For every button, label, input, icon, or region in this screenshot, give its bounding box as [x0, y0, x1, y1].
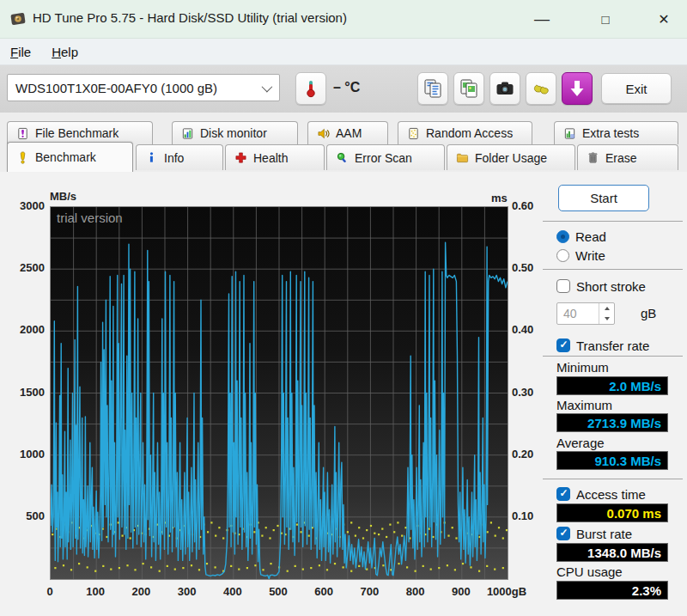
- read-radio[interactable]: Read: [556, 229, 606, 244]
- tab-benchmark[interactable]: Benchmark: [7, 142, 133, 172]
- tab-health[interactable]: Health: [225, 144, 325, 170]
- y-axis-tick: 0.50: [512, 261, 551, 274]
- y-axis-tick: 1000: [5, 448, 45, 460]
- cpu-usage-label: CPU usage: [556, 564, 623, 579]
- access-time-value: 0.070 ms: [556, 503, 668, 522]
- spinner-down-button[interactable]: [599, 314, 614, 324]
- title-bar: HD Tune Pro 5.75 - Hard Disk/SSD Utility…: [0, 0, 687, 39]
- write-radio[interactable]: Write: [556, 247, 605, 263]
- checkbox-checked-icon: [556, 487, 570, 501]
- divider: [543, 221, 683, 222]
- menu-file[interactable]: File: [0, 39, 41, 64]
- minimize-button[interactable]: —: [527, 5, 556, 33]
- spinner-up-icon: [605, 307, 610, 310]
- app-icon: [10, 11, 26, 27]
- tab-error-scan[interactable]: Error Scan: [326, 144, 445, 170]
- tab-file-benchmark[interactable]: File Benchmark: [7, 121, 153, 144]
- x-axis-tick: 600: [300, 585, 348, 598]
- toolbar: WDS100T1X0E-00AFY0 (1000 gB) – °C Exit: [0, 65, 687, 113]
- tab-info[interactable]: Info: [136, 144, 223, 170]
- y-axis-tick: 1500: [5, 386, 45, 399]
- transfer-rate-checkbox[interactable]: Transfer rate: [556, 338, 649, 353]
- y-axis-tick: 2500: [5, 261, 45, 274]
- y-axis-tick: 0.60: [512, 199, 551, 212]
- temperature-button[interactable]: [295, 72, 326, 105]
- maximize-button[interactable]: □: [591, 5, 620, 33]
- x-axis-tick: 200: [117, 585, 165, 598]
- radio-unselected-icon: [556, 249, 569, 262]
- cpu-usage-value: 2.3%: [556, 581, 668, 600]
- checkbox-unchecked-icon: [556, 279, 570, 293]
- copy-text-button[interactable]: [417, 72, 448, 105]
- close-button[interactable]: ✕: [649, 5, 678, 33]
- y-axis-tick: 0.10: [512, 509, 551, 522]
- drive-select-value: WDS100T1X0E-00AFY0 (1000 gB): [15, 81, 217, 95]
- short-stroke-checkbox[interactable]: Short stroke: [556, 278, 646, 294]
- magnifier-icon: [336, 151, 349, 164]
- donate-button[interactable]: [526, 72, 556, 105]
- health-cross-icon: [234, 151, 247, 164]
- menu-bar: File Help: [0, 39, 687, 65]
- screenshot-icon: [495, 78, 515, 99]
- chart-canvas: [51, 207, 508, 579]
- y-axis-tick: 0.30: [512, 386, 551, 399]
- maximum-value: 2713.9 MB/s: [556, 413, 668, 432]
- copy-image-button[interactable]: [453, 72, 484, 105]
- average-label: Average: [556, 436, 605, 450]
- disk-monitor-icon: [181, 127, 194, 140]
- tab-disk-monitor[interactable]: Disk monitor: [172, 121, 298, 144]
- file-benchmark-icon: [16, 127, 29, 140]
- spinner-value: 40: [563, 307, 577, 320]
- tab-random-access[interactable]: Random Access: [398, 121, 532, 144]
- tab-folder-usage[interactable]: Folder Usage: [447, 144, 575, 170]
- burst-rate-checkbox[interactable]: Burst rate: [556, 526, 632, 541]
- minimum-label: Minimum: [556, 360, 609, 375]
- radio-selected-icon: [556, 230, 569, 243]
- drive-select-dropdown[interactable]: WDS100T1X0E-00AFY0 (1000 gB): [7, 74, 280, 101]
- short-stroke-unit: gB: [641, 306, 656, 320]
- chevron-down-icon: [262, 82, 273, 93]
- trash-icon: [587, 151, 599, 164]
- x-axis-tick: 400: [209, 585, 257, 598]
- y-axis-tick: 500: [5, 509, 45, 522]
- short-stroke-size-spinner[interactable]: 40: [556, 302, 615, 325]
- copy-text-icon: [423, 78, 443, 99]
- x-axis-tick: 700: [345, 585, 393, 598]
- burst-rate-value: 1348.0 MB/s: [556, 543, 668, 562]
- checkbox-checked-icon: [556, 527, 570, 540]
- tab-extra-tests[interactable]: Extra tests: [554, 121, 678, 144]
- hd-tune-window: HD Tune Pro 5.75 - Hard Disk/SSD Utility…: [0, 0, 687, 616]
- download-button[interactable]: [562, 72, 593, 105]
- x-axis-tick: 300: [163, 585, 211, 598]
- divider: [543, 269, 683, 270]
- info-icon: [145, 151, 158, 164]
- y-axis-tick: 0.20: [512, 448, 551, 460]
- spinner-up-button[interactable]: [599, 303, 614, 314]
- x-axis-tick: 800: [392, 585, 440, 598]
- copy-image-icon: [459, 78, 479, 99]
- minimum-value: 2.0 MB/s: [556, 376, 668, 395]
- x-axis-tick: 0: [26, 585, 74, 598]
- y-axis-tick: 3000: [5, 199, 45, 212]
- speaker-icon: [317, 127, 330, 140]
- tab-aam[interactable]: AAM: [307, 121, 388, 144]
- y-axis-tick: 2000: [5, 323, 45, 336]
- screenshot-button[interactable]: [489, 72, 520, 105]
- download-arrow-icon: [567, 78, 587, 99]
- divider: [543, 356, 683, 357]
- x-axis-tick: 900: [437, 585, 485, 598]
- menu-help[interactable]: Help: [41, 39, 88, 64]
- spinner-down-icon: [605, 317, 610, 320]
- tab-erase[interactable]: Erase: [577, 144, 678, 170]
- exit-button[interactable]: Exit: [601, 73, 672, 104]
- trial-watermark: trial version: [57, 210, 123, 225]
- access-time-checkbox[interactable]: Access time: [556, 486, 646, 502]
- x-axis-tick: 500: [254, 585, 302, 598]
- y-right-axis-unit: ms: [491, 192, 508, 204]
- extra-tests-icon: [563, 127, 576, 140]
- thermometer-icon: [301, 78, 321, 99]
- start-button[interactable]: Start: [558, 185, 649, 211]
- divider: [543, 479, 683, 479]
- folder-icon: [456, 151, 469, 164]
- tab-strip: File Benchmark Disk monitor AAM Random A…: [0, 113, 687, 172]
